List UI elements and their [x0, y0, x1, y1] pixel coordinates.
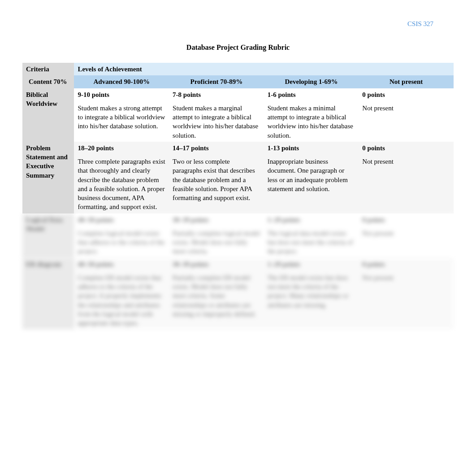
cell-desc: Not present — [362, 157, 450, 166]
points-label: 9-10 points — [78, 90, 165, 99]
cell-desc: Partially complete logical model exists.… — [173, 229, 260, 256]
cell-desc: Not present — [362, 104, 450, 113]
header-criteria: Criteria — [22, 63, 74, 75]
points-label: 0 points — [362, 260, 450, 269]
points-label: 7-8 points — [173, 90, 260, 99]
cell-proficient: 30–39 points Partially complete logical … — [169, 214, 264, 258]
cell-developing: 1–29 points The logical data model exist… — [264, 214, 359, 258]
points-label: 40–50 points — [78, 260, 165, 269]
points-label: 1-13 points — [268, 144, 355, 153]
cell-desc: Partially complete ER model exists. Mode… — [173, 273, 260, 318]
cell-desc: Student makes a marginal attempt to inte… — [173, 104, 260, 140]
criteria-cell: Problem Statement and Executive Summary — [22, 142, 74, 214]
header-row-2: Content 70% Advanced 90-100% Proficient … — [22, 75, 454, 88]
cell-proficient: 30–39 points Partially complete ER model… — [169, 258, 264, 330]
cell-desc: Not present — [362, 229, 450, 238]
cell-developing: 1-13 points Inappropriate business docum… — [264, 142, 359, 214]
points-label: 0 points — [362, 144, 450, 153]
table-row: ER diagram 40–50 points Complete ER mode… — [22, 258, 454, 330]
cell-desc: The logical data model exists but does n… — [268, 229, 355, 256]
cell-desc: The ER model exists but does not meet th… — [268, 273, 355, 310]
cell-not-present: 0 points Not present — [359, 142, 454, 214]
header-levels: Levels of Achievement — [74, 63, 454, 75]
points-label: 30–39 points — [173, 215, 260, 224]
criteria-cell: ER diagram — [22, 258, 74, 330]
cell-advanced: 9-10 points Student makes a strong attem… — [74, 88, 169, 142]
cell-advanced: 40–50 points Complete ER model exists th… — [74, 258, 169, 330]
cell-desc: Complete ER model exists that adheres to… — [78, 273, 165, 328]
points-label: 40–50 points — [78, 215, 165, 224]
col-developing: Developing 1-69% — [264, 75, 359, 88]
points-label: 0 points — [362, 90, 450, 99]
cell-developing: 1–29 points The ER model exists but does… — [264, 258, 359, 330]
rubric-table: Criteria Levels of Achievement Content 7… — [22, 63, 454, 329]
cell-desc: Student makes a strong attempt to integr… — [78, 104, 165, 131]
cell-desc: Student makes a minimal attempt to integ… — [268, 104, 355, 140]
cell-not-present: 0 points Not present — [359, 88, 454, 142]
points-label: 1–29 points — [268, 215, 355, 224]
col-proficient: Proficient 70-89% — [169, 75, 264, 88]
points-label: 30–39 points — [173, 260, 260, 269]
cell-desc: Not present — [362, 273, 450, 282]
cell-advanced: 18–20 points Three complete paragraphs e… — [74, 142, 169, 214]
cell-not-present: 0 points Not present — [359, 258, 454, 330]
points-label: 18–20 points — [78, 144, 165, 153]
cell-desc: Two or less complete paragraphs exist th… — [173, 157, 260, 202]
table-row: Biblical Worldview 9-10 points Student m… — [22, 88, 454, 142]
points-label: 14–17 points — [173, 144, 260, 153]
points-label: 1-6 points — [268, 90, 355, 99]
criteria-cell: Logical Data Model — [22, 214, 74, 258]
cell-advanced: 40–50 points Complete logical model exis… — [74, 214, 169, 258]
course-code: CSIS 327 — [22, 20, 454, 28]
table-row: Problem Statement and Executive Summary … — [22, 142, 454, 214]
page-title: Database Project Grading Rubric — [22, 44, 454, 52]
points-label: 0 points — [362, 215, 450, 224]
col-advanced: Advanced 90-100% — [74, 75, 169, 88]
table-row: Logical Data Model 40–50 points Complete… — [22, 214, 454, 258]
cell-developing: 1-6 points Student makes a minimal attem… — [264, 88, 359, 142]
cell-proficient: 7-8 points Student makes a marginal atte… — [169, 88, 264, 142]
cell-desc: Inappropriate business document. One par… — [268, 157, 355, 193]
cell-not-present: 0 points Not present — [359, 214, 454, 258]
content-label: Content 70% — [22, 75, 74, 88]
cell-desc: Three complete paragraphs exist that tho… — [78, 157, 165, 212]
cell-proficient: 14–17 points Two or less complete paragr… — [169, 142, 264, 214]
header-row-1: Criteria Levels of Achievement — [22, 63, 454, 75]
cell-desc: Complete logical model exists that adher… — [78, 229, 165, 256]
criteria-cell: Biblical Worldview — [22, 88, 74, 142]
col-not-present: Not present — [359, 75, 454, 88]
points-label: 1–29 points — [268, 260, 355, 269]
